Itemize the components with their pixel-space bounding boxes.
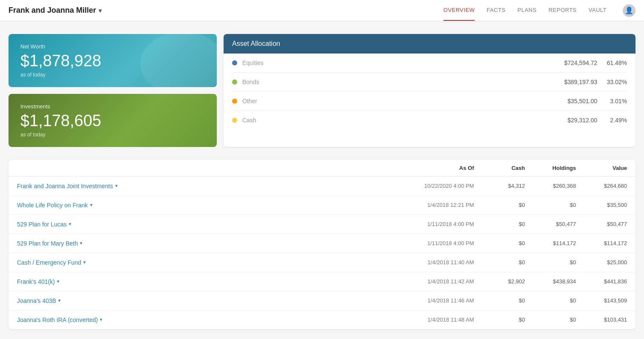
table-row: Whole Life Policy on Frank ▾ 1/4/2018 12… xyxy=(9,196,635,215)
aa-item-pct: 3.01% xyxy=(597,98,627,105)
account-asof: 1/4/2018 12:21 PM xyxy=(397,202,474,208)
account-holdings: $0 xyxy=(525,202,576,208)
row-dropdown-icon[interactable]: ▾ xyxy=(100,317,102,322)
nav-vault[interactable]: VAULT xyxy=(589,0,607,21)
account-name[interactable]: Joanna's 403B ▾ xyxy=(17,297,397,304)
account-cash: $0 xyxy=(474,259,525,266)
asset-allocation-card: Asset Allocation Equities $724,594.72 61… xyxy=(224,34,635,147)
main-content: Net Worth $1,878,928 as of today Investm… xyxy=(0,21,644,339)
aa-dot xyxy=(232,99,237,104)
aa-row: Other $35,501.00 3.01% xyxy=(232,92,627,111)
account-name[interactable]: Cash / Emergency Fund ▾ xyxy=(17,259,397,266)
top-row: Net Worth $1,878,928 as of today Investm… xyxy=(9,34,635,147)
table-body: Frank and Joanna Joint Investments ▾ 10/… xyxy=(9,177,635,329)
row-dropdown-icon[interactable]: ▾ xyxy=(115,183,118,189)
th-value: Value xyxy=(576,165,627,171)
aa-item-pct: 33.02% xyxy=(597,79,627,85)
investments-value: $1,178,605 xyxy=(20,112,205,130)
aa-row: Equities $724,594.72 61.48% xyxy=(232,54,627,73)
aa-item-amount: $389,197.93 xyxy=(542,79,597,85)
account-value: $143,509 xyxy=(576,297,627,304)
aa-item-name: Cash xyxy=(242,117,542,124)
nav-plans[interactable]: PLANS xyxy=(517,0,536,21)
account-asof: 1/11/2018 4:00 PM xyxy=(397,240,474,246)
aa-item-amount: $29,312.00 xyxy=(542,117,597,124)
aa-item-pct: 61.48% xyxy=(597,59,627,66)
account-asof: 1/4/2018 11:40 AM xyxy=(397,259,474,266)
aa-item-name: Other xyxy=(242,98,542,105)
net-worth-label: Net Worth xyxy=(20,43,205,50)
investments-card: Investments $1,178,605 as of today xyxy=(9,94,217,147)
row-dropdown-icon[interactable]: ▾ xyxy=(80,240,82,246)
account-name[interactable]: Whole Life Policy on Frank ▾ xyxy=(17,202,397,209)
client-name-text: Frank and Joanna Miller xyxy=(9,6,96,15)
net-worth-sub: as of today xyxy=(20,72,205,78)
account-cash: $2,902 xyxy=(474,278,525,285)
nav-reports[interactable]: REPORTS xyxy=(548,0,576,21)
account-holdings: $50,477 xyxy=(525,221,576,227)
investments-sub: as of today xyxy=(20,132,205,138)
account-name[interactable]: Frank's 401(k) ▾ xyxy=(17,278,397,285)
client-dropdown-icon[interactable]: ▾ xyxy=(99,7,102,14)
account-name[interactable]: Joanna's Roth IRA (converted) ▾ xyxy=(17,316,397,323)
aa-item-name: Equities xyxy=(242,59,542,66)
aa-dot xyxy=(232,79,237,85)
aa-item-pct: 2.49% xyxy=(597,117,627,124)
net-worth-value: $1,878,928 xyxy=(20,52,205,70)
account-asof: 10/22/2020 4:00 PM xyxy=(397,183,474,189)
th-holdings: Holdings xyxy=(525,165,576,171)
account-name[interactable]: 529 Plan for Lucas ▾ xyxy=(17,221,397,228)
aa-row: Bonds $389,197.93 33.02% xyxy=(232,73,627,92)
aa-rows: Equities $724,594.72 61.48% Bonds $389,1… xyxy=(224,54,635,130)
account-holdings: $114,172 xyxy=(525,240,576,246)
accounts-table: As Of Cash Holdings Value Frank and Joan… xyxy=(9,160,635,329)
account-value: $25,000 xyxy=(576,259,627,266)
nav-overview[interactable]: OVERVIEW xyxy=(443,0,475,21)
table-row: Joanna's 403B ▾ 1/4/2018 11:46 AM $0 $0 … xyxy=(9,291,635,311)
row-dropdown-icon[interactable]: ▾ xyxy=(58,298,61,303)
aa-dot xyxy=(232,60,237,65)
account-holdings: $0 xyxy=(525,259,576,266)
investments-label: Investments xyxy=(20,103,205,110)
account-holdings: $438,934 xyxy=(525,278,576,285)
account-value: $264,680 xyxy=(576,183,627,189)
account-cash: $0 xyxy=(474,202,525,208)
aa-dot xyxy=(232,118,237,123)
account-value: $103,431 xyxy=(576,316,627,323)
th-name xyxy=(17,165,397,171)
account-asof: 1/4/2018 11:42 AM xyxy=(397,278,474,285)
user-avatar-icon[interactable]: 👤 xyxy=(623,4,635,17)
aa-item-name: Bonds xyxy=(242,79,542,85)
row-dropdown-icon[interactable]: ▾ xyxy=(69,221,71,227)
th-asof: As Of xyxy=(397,165,474,171)
table-header: As Of Cash Holdings Value xyxy=(9,160,635,177)
row-dropdown-icon[interactable]: ▾ xyxy=(57,279,60,284)
table-row: Frank and Joanna Joint Investments ▾ 10/… xyxy=(9,177,635,196)
nav-facts[interactable]: FACTS xyxy=(487,0,505,21)
row-dropdown-icon[interactable]: ▾ xyxy=(90,202,93,208)
account-holdings: $0 xyxy=(525,316,576,323)
th-cash: Cash xyxy=(474,165,525,171)
account-cash: $0 xyxy=(474,240,525,246)
account-value: $441,836 xyxy=(576,278,627,285)
account-asof: 1/11/2018 4:00 PM xyxy=(397,221,474,227)
account-cash: $0 xyxy=(474,221,525,227)
account-name[interactable]: 529 Plan for Mary Beth ▾ xyxy=(17,240,397,247)
row-dropdown-icon[interactable]: ▾ xyxy=(83,260,86,265)
account-name[interactable]: Frank and Joanna Joint Investments ▾ xyxy=(17,183,397,189)
account-holdings: $260,368 xyxy=(525,183,576,189)
aa-title: Asset Allocation xyxy=(232,40,428,48)
app-header: Frank and Joanna Miller ▾ OVERVIEW FACTS… xyxy=(0,0,644,21)
account-value: $114,172 xyxy=(576,240,627,246)
client-name[interactable]: Frank and Joanna Miller ▾ xyxy=(9,6,443,15)
table-row: 529 Plan for Mary Beth ▾ 1/11/2018 4:00 … xyxy=(9,234,635,253)
account-cash: $0 xyxy=(474,316,525,323)
aa-item-amount: $724,594.72 xyxy=(542,59,597,66)
main-nav: OVERVIEW FACTS PLANS REPORTS VAULT 👤 xyxy=(443,0,635,21)
account-cash: $4,312 xyxy=(474,183,525,189)
summary-cards: Net Worth $1,878,928 as of today Investm… xyxy=(9,34,217,147)
table-row: Joanna's Roth IRA (converted) ▾ 1/4/2018… xyxy=(9,311,635,329)
account-asof: 1/4/2018 11:46 AM xyxy=(397,297,474,304)
table-row: Cash / Emergency Fund ▾ 1/4/2018 11:40 A… xyxy=(9,253,635,272)
aa-row: Cash $29,312.00 2.49% xyxy=(232,111,627,130)
